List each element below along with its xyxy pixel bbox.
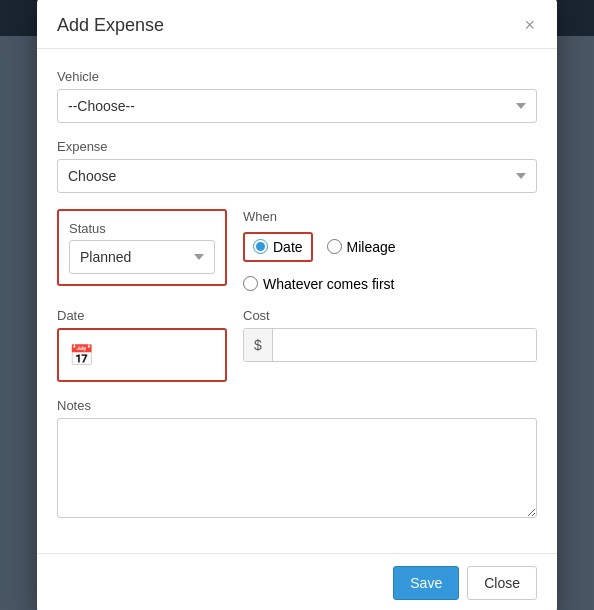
date-col: Date 📅	[57, 308, 227, 382]
when-date-label: Date	[273, 239, 303, 255]
when-whatever-option[interactable]: Whatever comes first	[243, 276, 394, 292]
modal-close-button[interactable]: ×	[522, 16, 537, 34]
when-whatever-label: Whatever comes first	[263, 276, 394, 292]
status-when-row: Status Planned Done Overdue When	[57, 209, 537, 292]
expense-group: Expense Choose	[57, 139, 537, 193]
when-date-box: Date	[243, 232, 313, 262]
cost-col: Cost $	[243, 308, 537, 382]
when-date-radio[interactable]	[253, 239, 268, 254]
cost-input-group: $	[243, 328, 537, 362]
when-date-option[interactable]: Date	[253, 239, 303, 255]
status-box: Status Planned Done Overdue	[57, 209, 227, 286]
vehicle-label: Vehicle	[57, 69, 537, 84]
cost-input[interactable]	[273, 329, 536, 361]
modal-overlay: Add Expense × Vehicle --Choose-- Expense…	[0, 0, 594, 610]
status-select[interactable]: Planned Done Overdue	[69, 240, 215, 274]
calendar-icon: 📅	[69, 343, 94, 367]
when-mileage-option[interactable]: Mileage	[327, 239, 396, 255]
vehicle-group: Vehicle --Choose--	[57, 69, 537, 123]
modal-header: Add Expense ×	[37, 0, 557, 49]
expense-select[interactable]: Choose	[57, 159, 537, 193]
date-label: Date	[57, 308, 227, 323]
when-col: When Date Mileage	[243, 209, 537, 292]
when-mileage-radio[interactable]	[327, 239, 342, 254]
add-expense-modal: Add Expense × Vehicle --Choose-- Expense…	[37, 0, 557, 610]
date-box[interactable]: 📅	[57, 328, 227, 382]
notes-textarea[interactable]	[57, 418, 537, 518]
cost-label: Cost	[243, 308, 537, 323]
expense-label: Expense	[57, 139, 537, 154]
status-label: Status	[69, 221, 215, 236]
vehicle-select[interactable]: --Choose--	[57, 89, 537, 123]
save-button[interactable]: Save	[393, 566, 459, 600]
date-cost-row: Date 📅 Cost $	[57, 308, 537, 382]
when-label: When	[243, 209, 537, 224]
when-radio-group: Date Mileage Whatever comes first	[243, 232, 537, 292]
notes-label: Notes	[57, 398, 537, 413]
modal-footer: Save Close	[37, 553, 557, 611]
modal-title: Add Expense	[57, 15, 164, 36]
close-button[interactable]: Close	[467, 566, 537, 600]
modal-body: Vehicle --Choose-- Expense Choose Status	[37, 49, 557, 553]
cost-prefix: $	[244, 329, 273, 361]
status-col: Status Planned Done Overdue	[57, 209, 227, 292]
when-mileage-label: Mileage	[347, 239, 396, 255]
notes-group: Notes	[57, 398, 537, 521]
when-whatever-radio[interactable]	[243, 276, 258, 291]
